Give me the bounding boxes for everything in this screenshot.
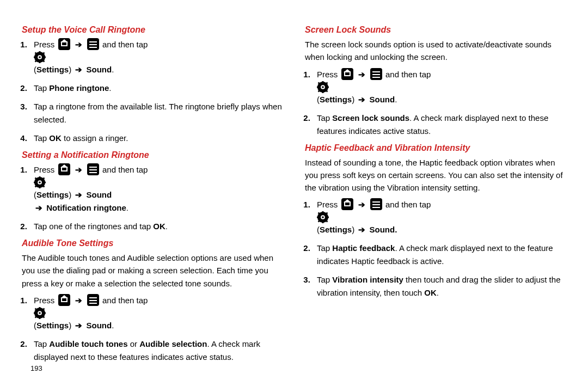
paragraph: Instead of sounding a tone, the Haptic f… [305, 156, 566, 194]
text: Tap [34, 133, 49, 143]
arrow-icon: ➔ [358, 95, 365, 104]
steps-audible: Press ➔ and then tap (Settings) ➔ Sound.… [29, 294, 283, 364]
bold: Sound [87, 65, 112, 74]
text: or [128, 339, 140, 348]
bold: Sound [87, 321, 112, 330]
text: Press [34, 165, 54, 174]
page-number: 193 [30, 364, 42, 372]
arrow-icon: ➔ [358, 70, 365, 79]
text: Press [34, 296, 54, 305]
gear-icon [34, 176, 283, 188]
step: Tap Vibration intensity then touch and d… [313, 273, 566, 299]
bold: Settings [36, 190, 69, 199]
gear-icon [34, 307, 283, 319]
heading-screen-lock-sounds: Screen Lock Sounds [305, 25, 566, 35]
bold: Notification ringtone [46, 203, 126, 212]
home-icon [341, 68, 353, 80]
steps-voice-call: Press ➔ and then tap (Settings) ➔ Sound.… [29, 38, 283, 145]
step: Tap OK to assign a ringer. [29, 132, 283, 145]
menu-icon [370, 68, 382, 80]
text: Tap [34, 83, 49, 93]
step: Tap one of the ringtones and tap OK. [29, 220, 283, 233]
bold: Screen lock sounds [332, 113, 409, 122]
text: Press [317, 70, 338, 79]
bold: Sound. [370, 225, 397, 234]
arrow-icon: ➔ [358, 200, 365, 209]
heading-notification-ringtone: Setting a Notification Ringtone [22, 150, 283, 160]
step: Tap Audible touch tones or Audible selec… [29, 338, 283, 364]
text: Tap one of the ringtones and tap [34, 222, 153, 231]
text: . [437, 288, 439, 297]
home-icon [58, 294, 70, 306]
step: Tap a ringtone from the available list. … [29, 100, 283, 126]
step: Press ➔ and then tap (Settings) ➔ Sound. [313, 198, 566, 236]
text: . [109, 83, 111, 93]
home-icon [58, 38, 70, 50]
steps-notification: Press ➔ and then tap (Settings) ➔ Sound … [29, 163, 283, 233]
paragraph: The screen lock sounds option is used to… [305, 38, 566, 64]
step: Press ➔ and then tap (Settings) ➔ Sound … [29, 163, 283, 215]
text: . [166, 222, 168, 231]
bold: Haptic feedback [332, 243, 395, 253]
paragraph: The Audible touch tones and Audible sele… [22, 252, 283, 290]
step: Tap Phone ringtone. [29, 82, 283, 95]
text: and then tap [102, 296, 148, 305]
heading-audible-tone: Audible Tone Settings [22, 238, 283, 248]
gear-icon [34, 51, 283, 63]
bold: Settings [36, 321, 69, 330]
bold: Settings [320, 225, 352, 234]
arrow-icon: ➔ [75, 40, 82, 49]
text: Tap [317, 243, 332, 253]
steps-haptic: Press ➔ and then tap (Settings) ➔ Sound.… [313, 198, 566, 299]
arrow-icon: ➔ [35, 203, 42, 212]
bold: Sound [87, 190, 112, 199]
text: and then tap [385, 70, 431, 79]
text: and then tap [385, 200, 431, 209]
arrow-icon: ➔ [75, 321, 82, 330]
bold: OK [49, 133, 62, 143]
arrow-icon: ➔ [358, 225, 365, 234]
text: Tap [34, 339, 49, 348]
arrow-icon: ➔ [75, 190, 82, 199]
text: Tap [317, 113, 332, 122]
text: Press [317, 200, 338, 209]
gear-icon [317, 81, 566, 93]
manual-page: Setup the Voice Call Ringtone Press ➔ an… [0, 0, 588, 392]
menu-icon [87, 294, 99, 306]
home-icon [58, 163, 70, 175]
bold: Vibration intensity [332, 275, 403, 284]
menu-icon [370, 198, 382, 210]
menu-icon [87, 163, 99, 175]
text: and then tap [102, 40, 148, 49]
heading-haptic-feedback: Haptic Feedback and Vibration Intensity [305, 143, 566, 153]
bold: Audible touch tones [49, 339, 127, 348]
bold: OK [153, 222, 166, 231]
text: to assign a ringer. [62, 133, 128, 143]
bold: Sound [370, 95, 395, 104]
menu-icon [87, 38, 99, 50]
gear-icon [317, 211, 566, 223]
step: Tap Screen lock sounds. A check mark dis… [313, 112, 566, 138]
step: Tap Haptic feedback. A check mark displa… [313, 242, 566, 268]
arrow-icon: ➔ [75, 296, 82, 305]
text: and then tap [102, 165, 148, 174]
home-icon [341, 198, 353, 210]
bold: Settings [320, 95, 352, 104]
step: Press ➔ and then tap (Settings) ➔ Sound. [313, 68, 566, 106]
steps-screen-lock: Press ➔ and then tap (Settings) ➔ Sound.… [313, 68, 566, 138]
step: Press ➔ and then tap (Settings) ➔ Sound. [29, 38, 283, 76]
bold: Phone ringtone [49, 83, 109, 93]
heading-voice-call-ringtone: Setup the Voice Call Ringtone [22, 25, 283, 35]
step: Press ➔ and then tap (Settings) ➔ Sound. [29, 294, 283, 332]
bold: Audible selection [139, 339, 207, 348]
bold: OK [424, 288, 437, 297]
text: Tap [317, 275, 332, 284]
arrow-icon: ➔ [75, 165, 82, 174]
arrow-icon: ➔ [75, 65, 82, 74]
text: Press [34, 40, 54, 49]
bold: Settings [36, 65, 69, 74]
